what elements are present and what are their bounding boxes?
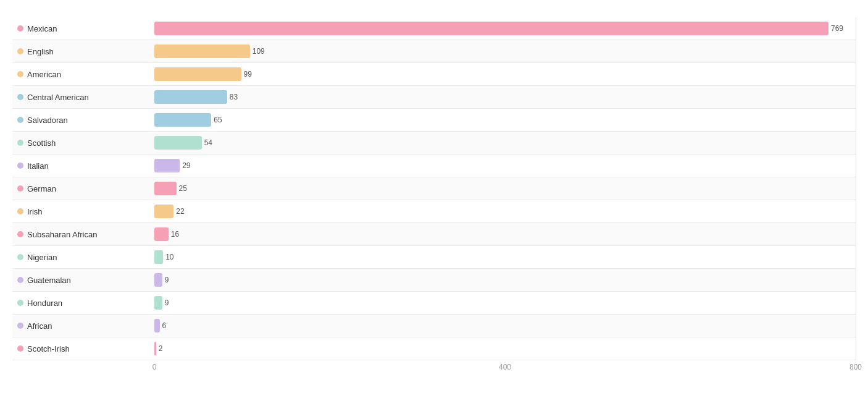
x-axis-tick: 800 bbox=[849, 363, 862, 371]
bar-fill: 22 bbox=[154, 205, 173, 218]
bar-dot bbox=[17, 323, 23, 329]
bar-dot bbox=[17, 208, 23, 214]
bar-row: Central American83 bbox=[12, 86, 856, 109]
bar-col: 9 bbox=[154, 269, 856, 291]
bar-row: Scotch-Irish2 bbox=[12, 337, 856, 360]
label-col: English bbox=[12, 47, 154, 56]
label-col: American bbox=[12, 70, 154, 79]
bar-label: Guatemalan bbox=[27, 276, 71, 285]
bar-fill: 769 bbox=[154, 22, 828, 35]
bar-fill: 54 bbox=[154, 136, 202, 150]
x-axis: 0400800 bbox=[154, 360, 856, 373]
bar-value-label: 83 bbox=[230, 93, 238, 101]
bar-fill: 109 bbox=[154, 44, 250, 58]
bar-label: American bbox=[27, 70, 61, 79]
label-col: Salvadoran bbox=[12, 116, 154, 125]
bar-value-label: 9 bbox=[165, 298, 169, 307]
bar-dot bbox=[17, 345, 23, 352]
label-col: German bbox=[12, 184, 154, 193]
bar-value-label: 109 bbox=[252, 47, 265, 56]
x-axis-tick: 400 bbox=[499, 363, 511, 371]
bar-label: African bbox=[27, 321, 52, 331]
bar-fill: 9 bbox=[154, 273, 162, 287]
bar-value-label: 65 bbox=[214, 116, 222, 124]
bar-dot bbox=[17, 163, 23, 169]
bar-value-label: 9 bbox=[165, 276, 169, 284]
bar-dot bbox=[17, 25, 23, 32]
bar-row: English109 bbox=[12, 40, 856, 63]
bar-col: 65 bbox=[154, 109, 856, 131]
label-col: Subsaharan African bbox=[12, 230, 154, 239]
bar-value-label: 22 bbox=[176, 207, 184, 216]
label-col: Scottish bbox=[12, 138, 154, 148]
bar-col: 2 bbox=[154, 337, 856, 360]
bar-label: Mexican bbox=[27, 24, 57, 33]
bar-value-label: 54 bbox=[204, 138, 212, 147]
bar-row: Italian29 bbox=[12, 155, 856, 177]
bar-dot bbox=[17, 231, 23, 237]
bar-value-label: 99 bbox=[244, 70, 252, 78]
bar-value-label: 6 bbox=[162, 321, 167, 330]
bar-value-label: 29 bbox=[182, 161, 190, 170]
bar-row: Guatemalan9 bbox=[12, 269, 856, 292]
bar-row: Subsaharan African16 bbox=[12, 223, 856, 246]
bar-dot bbox=[17, 140, 23, 146]
bar-value-label: 769 bbox=[831, 24, 843, 33]
bar-value-label: 2 bbox=[159, 344, 163, 353]
bar-fill: 9 bbox=[154, 296, 162, 310]
bar-dot bbox=[17, 277, 23, 283]
bar-label: Salvadoran bbox=[27, 116, 68, 125]
bar-col: 9 bbox=[154, 292, 856, 314]
bar-dot bbox=[17, 185, 23, 192]
bar-col: 109 bbox=[154, 40, 856, 62]
bar-row: German25 bbox=[12, 177, 856, 200]
bar-value-label: 25 bbox=[179, 184, 187, 193]
bar-label: Italian bbox=[27, 161, 49, 171]
bar-col: 6 bbox=[154, 315, 856, 337]
label-col: Central American bbox=[12, 93, 154, 102]
bar-fill: 29 bbox=[154, 159, 180, 172]
label-col: Italian bbox=[12, 161, 154, 171]
bar-row: Nigerian10 bbox=[12, 246, 856, 269]
bar-col: 29 bbox=[154, 155, 856, 177]
bar-label: Nigerian bbox=[27, 253, 57, 262]
bar-label: Subsaharan African bbox=[27, 230, 97, 239]
chart-body: Mexican769English109American99Central Am… bbox=[12, 17, 856, 360]
bar-fill: 83 bbox=[154, 90, 227, 104]
bar-row: Irish22 bbox=[12, 200, 856, 223]
bar-col: 54 bbox=[154, 132, 856, 154]
bar-dot bbox=[17, 117, 23, 123]
bar-label: German bbox=[27, 184, 56, 193]
bar-label: Honduran bbox=[27, 298, 62, 308]
label-col: Scotch-Irish bbox=[12, 344, 154, 354]
bar-row: African6 bbox=[12, 315, 856, 337]
bar-row: Salvadoran65 bbox=[12, 109, 856, 132]
label-col: Irish bbox=[12, 207, 154, 216]
label-col: Honduran bbox=[12, 298, 154, 308]
bar-col: 10 bbox=[154, 246, 856, 268]
bar-fill: 16 bbox=[154, 227, 169, 241]
chart-container: Mexican769English109American99Central Am… bbox=[0, 0, 868, 398]
bar-dot bbox=[17, 94, 23, 100]
bar-fill: 25 bbox=[154, 182, 177, 195]
bar-label: Irish bbox=[27, 207, 43, 216]
x-axis-tick: 0 bbox=[152, 363, 157, 371]
bar-label: Scotch-Irish bbox=[27, 344, 70, 354]
bar-col: 22 bbox=[154, 200, 856, 222]
label-col: African bbox=[12, 321, 154, 331]
bar-col: 16 bbox=[154, 223, 856, 245]
bar-row: Scottish54 bbox=[12, 132, 856, 155]
grid-line bbox=[856, 17, 856, 360]
bar-dot bbox=[17, 71, 23, 77]
bar-row: American99 bbox=[12, 63, 856, 86]
bar-fill: 2 bbox=[154, 342, 156, 355]
bar-col: 99 bbox=[154, 63, 856, 85]
bar-dot bbox=[17, 300, 23, 306]
bar-col: 83 bbox=[154, 86, 856, 108]
bar-col: 25 bbox=[154, 177, 856, 200]
bar-fill: 99 bbox=[154, 67, 241, 81]
bar-label: English bbox=[27, 47, 54, 56]
bar-value-label: 10 bbox=[165, 253, 173, 261]
bar-dot bbox=[17, 48, 23, 54]
label-col: Nigerian bbox=[12, 253, 154, 262]
